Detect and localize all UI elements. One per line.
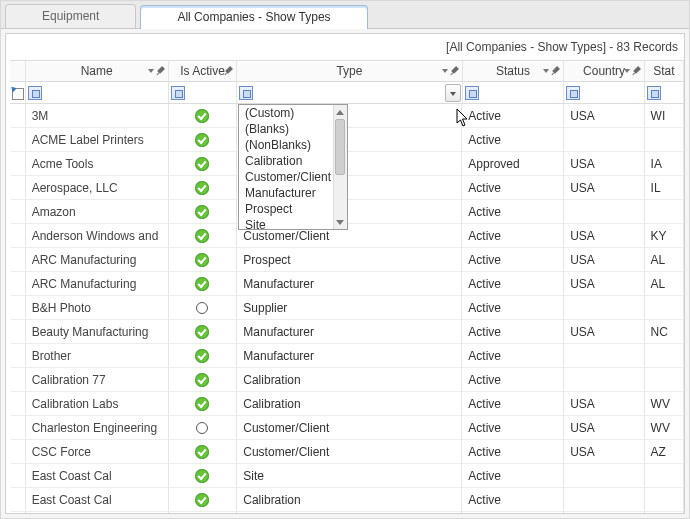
row-selector[interactable] <box>10 320 26 343</box>
table-row[interactable]: East Coast CalSiteActive <box>10 464 684 488</box>
filter-dropdown-button-type[interactable] <box>445 84 461 102</box>
dropdown-option[interactable]: Prospect <box>239 201 333 217</box>
dropdown-list[interactable]: (Custom)(Blanks)(NonBlanks)CalibrationCu… <box>239 105 347 229</box>
cell-status: Active <box>462 512 564 513</box>
row-selector[interactable] <box>10 344 26 367</box>
column-header-label: Type <box>237 64 461 78</box>
table-row[interactable]: Calibration 77CalibrationActive <box>10 368 684 392</box>
cell-status: Active <box>462 320 564 343</box>
row-selector[interactable] <box>10 296 26 319</box>
filter-mode-button[interactable] <box>566 86 580 100</box>
row-selector[interactable] <box>10 368 26 391</box>
table-row[interactable]: ARC ManufacturingManufacturerActiveUSAAL <box>10 272 684 296</box>
row-selector[interactable] <box>10 104 26 127</box>
filter-mode-button[interactable] <box>28 86 42 100</box>
cell-state: WI <box>645 104 684 127</box>
filter-mode-button[interactable] <box>465 86 479 100</box>
table-row[interactable]: East Coast CalManufacturerActive <box>10 512 684 513</box>
tab-label: Equipment <box>42 9 99 23</box>
row-selector[interactable] <box>10 272 26 295</box>
cell-name: Calibration 77 <box>26 368 169 391</box>
row-selector[interactable] <box>10 512 26 513</box>
filter-input-type[interactable] <box>255 84 442 102</box>
table-row[interactable]: East Coast CalCalibrationActive <box>10 488 684 512</box>
column-header-name[interactable]: Name <box>26 61 169 81</box>
row-selector[interactable] <box>10 152 26 175</box>
active-check-icon <box>195 373 209 387</box>
cell-country <box>564 344 644 367</box>
filter-mode-button[interactable] <box>171 86 185 100</box>
table-row[interactable]: Beauty ManufacturingManufacturerActiveUS… <box>10 320 684 344</box>
column-header-status[interactable]: Status <box>463 61 565 81</box>
column-header-type[interactable]: Type <box>237 61 462 81</box>
row-selector[interactable] <box>10 176 26 199</box>
cell-status: Active <box>462 104 564 127</box>
filter-select-all[interactable] <box>10 82 26 103</box>
cell-state <box>645 512 684 513</box>
table-row[interactable]: Charleston EngineeringCustomer/ClientAct… <box>10 416 684 440</box>
dropdown-scrollbar[interactable] <box>333 105 347 229</box>
cell-state: AL <box>645 272 684 295</box>
row-selector[interactable] <box>10 440 26 463</box>
filter-input-name[interactable] <box>44 84 166 102</box>
cell-is-active <box>169 224 238 247</box>
table-row[interactable]: BrotherManufacturerActive <box>10 344 684 368</box>
dropdown-option[interactable]: (Blanks) <box>239 121 333 137</box>
column-header-state[interactable]: Stat <box>645 61 684 81</box>
inactive-circle-icon <box>196 422 208 434</box>
dropdown-option[interactable]: Customer/Client <box>239 169 333 185</box>
active-check-icon <box>195 157 209 171</box>
cell-name: Calibration Labs <box>26 392 169 415</box>
row-selector[interactable] <box>10 200 26 223</box>
scroll-down-icon[interactable] <box>333 215 347 229</box>
row-selector[interactable] <box>10 248 26 271</box>
dropdown-option[interactable]: Calibration <box>239 153 333 169</box>
row-selector[interactable] <box>10 488 26 511</box>
row-selector[interactable] <box>10 464 26 487</box>
cell-is-active <box>169 392 238 415</box>
filter-input-is-active[interactable] <box>187 84 235 102</box>
cell-country: USA <box>564 392 644 415</box>
cell-type: Site <box>237 464 462 487</box>
tab-equipment[interactable]: Equipment <box>5 4 136 28</box>
cell-name: CSC Force <box>26 440 169 463</box>
cell-status: Active <box>462 224 564 247</box>
dropdown-option[interactable]: (Custom) <box>239 105 333 121</box>
table-row[interactable]: B&H PhotoSupplierActive <box>10 296 684 320</box>
dropdown-option[interactable]: Manufacturer <box>239 185 333 201</box>
cell-state <box>645 200 684 223</box>
row-selector[interactable] <box>10 416 26 439</box>
table-row[interactable]: Calibration LabsCalibrationActiveUSAWV <box>10 392 684 416</box>
cell-is-active <box>169 176 238 199</box>
cell-state <box>645 344 684 367</box>
cell-name: ACME Label Printers <box>26 128 169 151</box>
tab-all-companies-show-types[interactable]: All Companies - Show Types <box>140 5 367 29</box>
filter-cell-name <box>26 82 169 103</box>
row-selector[interactable] <box>10 392 26 415</box>
filter-mode-button[interactable] <box>239 86 253 100</box>
cell-state: AL <box>645 248 684 271</box>
active-check-icon <box>195 205 209 219</box>
column-header-selector[interactable] <box>10 61 26 81</box>
cell-type: Prospect <box>237 248 462 271</box>
row-selector[interactable] <box>10 128 26 151</box>
cell-state <box>645 464 684 487</box>
scroll-up-icon[interactable] <box>333 105 347 119</box>
dropdown-option[interactable]: (NonBlanks) <box>239 137 333 153</box>
filter-mode-button[interactable] <box>647 86 661 100</box>
active-check-icon <box>195 229 209 243</box>
table-row[interactable]: ARC ManufacturingProspectActiveUSAAL <box>10 248 684 272</box>
cell-state <box>645 488 684 511</box>
cell-is-active <box>169 368 238 391</box>
cell-country: USA <box>564 104 644 127</box>
cell-country: USA <box>564 152 644 175</box>
cell-type: Manufacturer <box>237 512 462 513</box>
filter-input-status[interactable] <box>481 84 562 102</box>
dropdown-option[interactable]: Site <box>239 217 333 229</box>
row-selector[interactable] <box>10 224 26 247</box>
filter-input-country[interactable] <box>582 84 641 102</box>
column-header-is-active[interactable]: Is Active <box>169 61 238 81</box>
table-row[interactable]: CSC ForceCustomer/ClientActiveUSAAZ <box>10 440 684 464</box>
scroll-thumb[interactable] <box>335 119 345 175</box>
column-header-country[interactable]: Country <box>564 61 644 81</box>
